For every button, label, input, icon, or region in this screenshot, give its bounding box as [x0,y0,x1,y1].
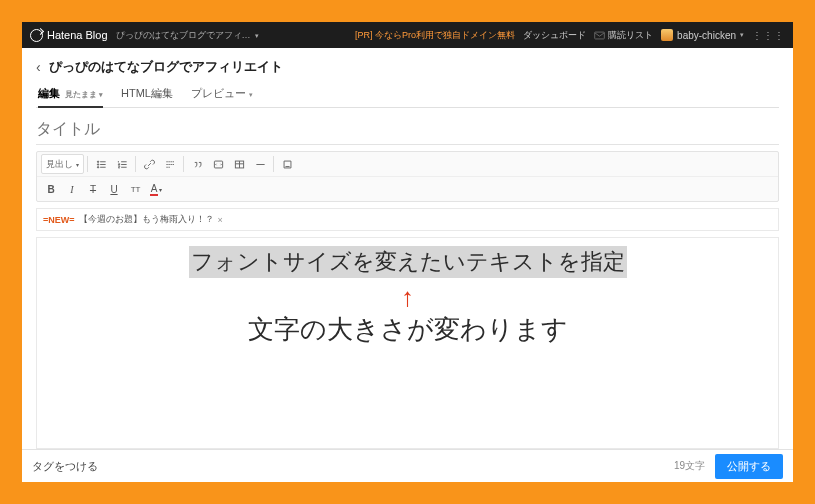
toolbar-separator [135,156,136,172]
table-button[interactable] [229,154,249,174]
page: ‹ ぴっぴのはてなブログでアフィリエイト 編集 見たまま HTML編集 プレビュ… [22,48,793,482]
dashboard-link[interactable]: ダッシュボード [523,29,586,42]
hr-button[interactable] [250,154,270,174]
tab-preview-label: プレビュー [191,87,246,99]
editor-tabs: 編集 見たまま HTML編集 プレビュー [36,86,779,108]
username-label: baby-chicken [677,30,736,41]
page-title: ぴっぴのはてなブログでアフィリエイト [49,58,283,76]
svg-point-2 [97,163,98,164]
table-icon [234,159,245,170]
user-menu[interactable]: baby-chicken [661,29,744,41]
code-button[interactable] [208,154,228,174]
chevron-down-icon [249,87,253,99]
strike-button[interactable]: T [83,179,103,199]
mail-icon [594,30,605,41]
fontsize-button[interactable]: T T [125,179,145,199]
tab-edit-mode[interactable]: 見たまま [65,90,103,99]
selected-text: フォントサイズを変えたいテキストを指定 [189,246,627,278]
breadcrumb: ‹ ぴっぴのはてなブログでアフィリエイト [36,58,779,76]
char-count: 19文字 [674,459,705,473]
toolbar-row-1: 見出し [37,152,778,176]
code-icon [213,159,224,170]
deliver-list-label: 購読リスト [608,29,653,42]
heading-select[interactable]: 見出し [41,154,84,174]
pr-banner[interactable]: [PR] 今ならPro利用で独自ドメイン無料 [355,29,515,42]
tab-html[interactable]: HTML編集 [121,86,173,107]
toolbar-row-2: B I T U T T A ▾ [37,176,778,201]
bullet-list-icon [96,159,107,170]
link-icon [144,159,155,170]
app-frame: Hatena Blog ぴっぴのはてなブログでアフィ… [PR] 今ならPro利… [22,22,793,482]
bullet-list-button[interactable] [91,154,111,174]
svg-point-1 [97,161,98,162]
logo[interactable]: Hatena Blog [30,29,108,42]
footnote-button[interactable] [277,154,297,174]
quote-button[interactable] [187,154,207,174]
svg-rect-0 [595,32,605,39]
number-list-button[interactable] [112,154,132,174]
italic-button[interactable]: I [62,179,82,199]
toolbar-separator [273,156,274,172]
readmore-button[interactable] [160,154,180,174]
editor-content: フォントサイズを変えたいテキストを指定 ↑ 文字の大きさが変わります [37,246,778,347]
topic-banner: =NEW= 【今週のお題】もう梅雨入り！？ × [36,208,779,231]
topbar: Hatena Blog ぴっぴのはてなブログでアフィ… [PR] 今ならPro利… [22,22,793,48]
blog-selector[interactable]: ぴっぴのはてなブログでアフィ… [116,29,259,42]
toolbar: 見出し B I T U T T [36,151,779,202]
bold-button[interactable]: B [41,179,61,199]
banner-close-button[interactable]: × [218,215,223,225]
hr-icon [255,159,266,170]
number-list-icon [117,159,128,170]
back-button[interactable]: ‹ [36,59,41,75]
underline-button[interactable]: U [104,179,124,199]
app-menu-icon[interactable]: ⋮⋮⋮ [752,30,785,41]
toolbar-separator [183,156,184,172]
arrow-annotation: ↑ [37,284,778,310]
tab-preview[interactable]: プレビュー [191,86,253,107]
tab-edit-label: 編集 [38,87,60,99]
avatar-icon [661,29,673,41]
logo-text: Hatena Blog [47,29,108,41]
title-field [36,116,779,145]
banner-new-badge: =NEW= [43,215,75,225]
deliver-list-link[interactable]: 購読リスト [594,29,653,42]
readmore-icon [165,159,176,170]
hatena-logo-icon [30,29,43,42]
link-button[interactable] [139,154,159,174]
toolbar-separator [87,156,88,172]
quote-icon [192,159,203,170]
page-head: ‹ ぴっぴのはてなブログでアフィリエイト 編集 見たまま HTML編集 プレビュ… [22,48,793,108]
publish-button[interactable]: 公開する [715,454,783,479]
add-tag-button[interactable]: タグをつける [32,459,98,474]
color-button[interactable]: A ▾ [146,179,166,199]
title-input[interactable] [36,116,779,145]
caption-text: 文字の大きさが変わります [37,312,778,347]
banner-text[interactable]: 【今週のお題】もう梅雨入り！？ [79,213,214,226]
editor-area[interactable]: フォントサイズを変えたいテキストを指定 ↑ 文字の大きさが変わります [36,237,779,449]
svg-point-3 [97,166,98,167]
color-icon: A [150,183,159,196]
footer: タグをつける 19文字 公開する [22,449,793,482]
tab-edit[interactable]: 編集 見たまま [38,86,103,107]
footnote-icon [282,159,293,170]
chevron-down-icon: ▾ [159,186,162,193]
